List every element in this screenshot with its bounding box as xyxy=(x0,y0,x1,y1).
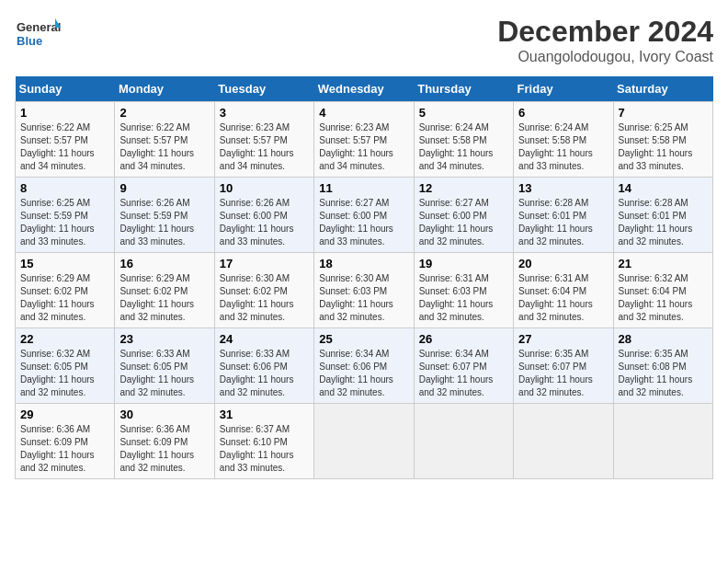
calendar-cell: 14Sunrise: 6:28 AMSunset: 6:01 PMDayligh… xyxy=(613,178,712,253)
title-area: December 2024 Ouangolodougou, Ivory Coas… xyxy=(497,15,713,65)
day-number: 14 xyxy=(619,181,708,195)
day-number: 17 xyxy=(220,257,309,270)
day-info: Sunrise: 6:27 AMSunset: 6:00 PMDaylight:… xyxy=(419,197,508,248)
day-number: 7 xyxy=(619,106,708,120)
day-number: 21 xyxy=(619,257,708,270)
day-number: 9 xyxy=(119,181,209,195)
week-row-3: 15Sunrise: 6:29 AMSunset: 6:02 PMDayligh… xyxy=(16,253,713,328)
day-info: Sunrise: 6:30 AMSunset: 6:02 PMDaylight:… xyxy=(220,272,309,324)
day-number: 5 xyxy=(419,106,508,120)
calendar-cell: 28Sunrise: 6:35 AMSunset: 6:08 PMDayligh… xyxy=(613,328,712,404)
day-info: Sunrise: 6:22 AMSunset: 5:57 PMDaylight:… xyxy=(20,121,109,173)
day-info: Sunrise: 6:23 AMSunset: 5:57 PMDaylight:… xyxy=(220,121,309,173)
day-info: Sunrise: 6:22 AMSunset: 5:57 PMDaylight:… xyxy=(119,121,209,173)
calendar-cell: 5Sunrise: 6:24 AMSunset: 5:58 PMDaylight… xyxy=(414,102,513,178)
day-number: 29 xyxy=(20,408,109,421)
day-header-tuesday: Tuesday xyxy=(214,76,313,102)
day-info: Sunrise: 6:35 AMSunset: 6:08 PMDaylight:… xyxy=(619,348,708,399)
calendar-cell: 18Sunrise: 6:30 AMSunset: 6:03 PMDayligh… xyxy=(314,253,414,328)
calendar-table: SundayMondayTuesdayWednesdayThursdayFrid… xyxy=(15,76,713,479)
calendar-cell: 16Sunrise: 6:29 AMSunset: 6:02 PMDayligh… xyxy=(115,253,214,328)
day-header-sunday: Sunday xyxy=(16,76,115,102)
day-info: Sunrise: 6:32 AMSunset: 6:04 PMDaylight:… xyxy=(619,272,708,324)
day-info: Sunrise: 6:36 AMSunset: 6:09 PMDaylight:… xyxy=(20,423,109,475)
week-row-1: 1Sunrise: 6:22 AMSunset: 5:57 PMDaylight… xyxy=(16,102,713,178)
day-number: 3 xyxy=(220,106,309,120)
calendar-cell: 2Sunrise: 6:22 AMSunset: 5:57 PMDaylight… xyxy=(115,102,214,178)
day-info: Sunrise: 6:29 AMSunset: 6:02 PMDaylight:… xyxy=(20,272,109,324)
calendar-cell: 29Sunrise: 6:36 AMSunset: 6:09 PMDayligh… xyxy=(16,404,115,479)
day-number: 18 xyxy=(319,257,408,270)
day-number: 10 xyxy=(220,181,309,195)
calendar-cell xyxy=(314,404,414,479)
day-info: Sunrise: 6:34 AMSunset: 6:07 PMDaylight:… xyxy=(419,348,508,399)
calendar-cell: 19Sunrise: 6:31 AMSunset: 6:03 PMDayligh… xyxy=(414,253,513,328)
day-number: 6 xyxy=(518,106,608,120)
calendar-cell xyxy=(613,404,712,479)
calendar-cell: 22Sunrise: 6:32 AMSunset: 6:05 PMDayligh… xyxy=(16,328,115,404)
day-info: Sunrise: 6:25 AMSunset: 5:59 PMDaylight:… xyxy=(20,197,109,248)
calendar-cell: 17Sunrise: 6:30 AMSunset: 6:02 PMDayligh… xyxy=(214,253,313,328)
day-info: Sunrise: 6:30 AMSunset: 6:03 PMDaylight:… xyxy=(319,272,408,324)
day-number: 16 xyxy=(119,257,209,270)
day-number: 8 xyxy=(20,181,109,195)
week-row-5: 29Sunrise: 6:36 AMSunset: 6:09 PMDayligh… xyxy=(16,404,713,479)
header: General Blue December 2024 Ouangolodougo… xyxy=(15,15,713,65)
day-info: Sunrise: 6:24 AMSunset: 5:58 PMDaylight:… xyxy=(419,121,508,173)
day-number: 23 xyxy=(119,332,209,346)
calendar-cell: 6Sunrise: 6:24 AMSunset: 5:58 PMDaylight… xyxy=(514,102,613,178)
day-number: 26 xyxy=(419,332,508,346)
day-number: 12 xyxy=(419,181,508,195)
day-number: 11 xyxy=(319,181,408,195)
svg-text:Blue: Blue xyxy=(17,34,42,48)
day-number: 13 xyxy=(518,181,608,195)
week-row-4: 22Sunrise: 6:32 AMSunset: 6:05 PMDayligh… xyxy=(16,328,713,404)
calendar-cell: 1Sunrise: 6:22 AMSunset: 5:57 PMDaylight… xyxy=(16,102,115,178)
calendar-cell xyxy=(514,404,613,479)
day-info: Sunrise: 6:29 AMSunset: 6:02 PMDaylight:… xyxy=(119,272,209,324)
logo-svg: General Blue xyxy=(15,15,61,55)
calendar-cell: 11Sunrise: 6:27 AMSunset: 6:00 PMDayligh… xyxy=(314,178,414,253)
day-header-thursday: Thursday xyxy=(414,76,513,102)
location-title: Ouangolodougou, Ivory Coast xyxy=(497,49,713,65)
calendar-cell: 27Sunrise: 6:35 AMSunset: 6:07 PMDayligh… xyxy=(514,328,613,404)
day-number: 25 xyxy=(319,332,408,346)
calendar-cell: 4Sunrise: 6:23 AMSunset: 5:57 PMDaylight… xyxy=(314,102,414,178)
day-number: 24 xyxy=(220,332,309,346)
day-info: Sunrise: 6:33 AMSunset: 6:06 PMDaylight:… xyxy=(220,348,309,399)
day-info: Sunrise: 6:27 AMSunset: 6:00 PMDaylight:… xyxy=(319,197,408,248)
svg-text:General: General xyxy=(17,20,61,34)
calendar-cell: 25Sunrise: 6:34 AMSunset: 6:06 PMDayligh… xyxy=(314,328,414,404)
day-info: Sunrise: 6:26 AMSunset: 5:59 PMDaylight:… xyxy=(119,197,209,248)
header-row: SundayMondayTuesdayWednesdayThursdayFrid… xyxy=(16,76,713,102)
day-info: Sunrise: 6:36 AMSunset: 6:09 PMDaylight:… xyxy=(119,423,209,475)
day-info: Sunrise: 6:32 AMSunset: 6:05 PMDaylight:… xyxy=(20,348,109,399)
calendar-cell: 12Sunrise: 6:27 AMSunset: 6:00 PMDayligh… xyxy=(414,178,513,253)
calendar-cell: 24Sunrise: 6:33 AMSunset: 6:06 PMDayligh… xyxy=(214,328,313,404)
calendar-cell: 7Sunrise: 6:25 AMSunset: 5:58 PMDaylight… xyxy=(613,102,712,178)
day-number: 27 xyxy=(518,332,608,346)
calendar-cell: 9Sunrise: 6:26 AMSunset: 5:59 PMDaylight… xyxy=(115,178,214,253)
calendar-cell: 31Sunrise: 6:37 AMSunset: 6:10 PMDayligh… xyxy=(214,404,313,479)
calendar-cell xyxy=(414,404,513,479)
day-info: Sunrise: 6:24 AMSunset: 5:58 PMDaylight:… xyxy=(518,121,608,173)
day-info: Sunrise: 6:26 AMSunset: 6:00 PMDaylight:… xyxy=(220,197,309,248)
calendar-cell: 3Sunrise: 6:23 AMSunset: 5:57 PMDaylight… xyxy=(214,102,313,178)
day-info: Sunrise: 6:28 AMSunset: 6:01 PMDaylight:… xyxy=(619,197,708,248)
day-info: Sunrise: 6:31 AMSunset: 6:04 PMDaylight:… xyxy=(518,272,608,324)
calendar-cell: 15Sunrise: 6:29 AMSunset: 6:02 PMDayligh… xyxy=(16,253,115,328)
day-number: 15 xyxy=(20,257,109,270)
day-info: Sunrise: 6:37 AMSunset: 6:10 PMDaylight:… xyxy=(220,423,309,475)
day-header-wednesday: Wednesday xyxy=(314,76,414,102)
calendar-cell: 21Sunrise: 6:32 AMSunset: 6:04 PMDayligh… xyxy=(613,253,712,328)
day-info: Sunrise: 6:34 AMSunset: 6:06 PMDaylight:… xyxy=(319,348,408,399)
calendar-cell: 30Sunrise: 6:36 AMSunset: 6:09 PMDayligh… xyxy=(115,404,214,479)
day-number: 2 xyxy=(119,106,209,120)
day-info: Sunrise: 6:31 AMSunset: 6:03 PMDaylight:… xyxy=(419,272,508,324)
day-number: 4 xyxy=(319,106,408,120)
day-info: Sunrise: 6:28 AMSunset: 6:01 PMDaylight:… xyxy=(518,197,608,248)
day-info: Sunrise: 6:33 AMSunset: 6:05 PMDaylight:… xyxy=(119,348,209,399)
week-row-2: 8Sunrise: 6:25 AMSunset: 5:59 PMDaylight… xyxy=(16,178,713,253)
day-number: 20 xyxy=(518,257,608,270)
day-header-friday: Friday xyxy=(514,76,613,102)
